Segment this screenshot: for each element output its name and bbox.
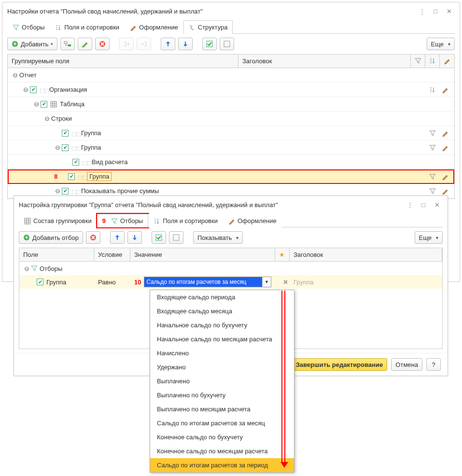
clear-icon[interactable]: ✖ (283, 279, 288, 284)
brush-icon[interactable] (442, 173, 448, 180)
add-button[interactable]: + Добавить ▾ (7, 38, 57, 50)
menu-icon[interactable]: ⋮ (416, 6, 428, 16)
value-input[interactable] (144, 277, 262, 284)
col-value[interactable]: Значение (130, 248, 275, 261)
expander-icon[interactable]: ⊖ (33, 101, 40, 108)
checkbox[interactable]: ✔ (62, 188, 69, 195)
checkbox[interactable]: ✔ (62, 130, 69, 137)
tab-sub-design[interactable]: Оформление (223, 214, 282, 227)
expander-icon[interactable]: ⊖ (12, 72, 18, 79)
checkbox[interactable]: ✔ (62, 144, 69, 151)
col-groupfields[interactable]: Группируемые поля (8, 55, 238, 68)
sub-move-up-button[interactable] (110, 231, 125, 244)
sort-icon (55, 24, 62, 31)
filter-header-cell[interactable]: Группа (290, 277, 442, 284)
delete-button[interactable] (95, 38, 110, 50)
funnel-icon[interactable] (429, 188, 436, 195)
tab-structure[interactable]: Структура (183, 20, 233, 34)
annotation-9: 9 (102, 217, 106, 224)
brush-icon[interactable] (442, 86, 448, 93)
check-all-button[interactable] (202, 38, 217, 50)
brush-icon[interactable] (442, 130, 448, 137)
filter-root-row[interactable]: ⊖ Отборы (19, 262, 442, 275)
chevron-down-icon[interactable]: ▼ (262, 277, 271, 284)
pencil-icon (82, 41, 88, 47)
group-button[interactable] (60, 38, 75, 50)
sub-move-down-button[interactable] (127, 231, 142, 244)
sub-window-title: Настройка группировки "Группа" отчета "П… (19, 201, 402, 209)
expander-icon[interactable]: ⊖ (43, 115, 50, 122)
edit-button[interactable] (78, 38, 92, 50)
add-filter-button[interactable]: + Добавить отбор (19, 231, 83, 244)
expander-icon[interactable]: ⊖ (54, 188, 61, 195)
col-header[interactable]: Заголовок (290, 248, 442, 261)
checkbox[interactable]: ✔ (72, 159, 79, 166)
uncheck-all-button[interactable] (220, 38, 234, 50)
tab-design[interactable]: Оформление (125, 20, 183, 34)
sub-delete-button[interactable] (86, 231, 100, 244)
tree-row[interactable]: 8✔⬚⬚Группа (8, 169, 454, 184)
filter-table-header: Поле Условие Значение ★ Заголовок (19, 248, 442, 262)
col-brush-icon[interactable] (440, 55, 454, 68)
maximize-icon[interactable]: □ (430, 6, 441, 16)
sort-icon[interactable] (429, 86, 436, 93)
svg-rect-3 (68, 44, 71, 46)
move-in-button[interactable] (119, 38, 134, 50)
expander-icon[interactable]: ⊖ (23, 265, 30, 272)
checkbox[interactable]: ✔ (41, 101, 47, 108)
col-filter-icon[interactable] (411, 55, 425, 68)
tab-sub-filters[interactable]: 9 Отборы (97, 214, 149, 227)
maximize-icon[interactable]: □ (418, 200, 429, 210)
close-icon[interactable]: ✕ (443, 6, 455, 16)
delete-icon (90, 234, 97, 241)
funnel-icon[interactable] (429, 130, 436, 137)
tab-group-content[interactable]: Состав группировки (19, 214, 97, 227)
checkbox[interactable]: ✔ (37, 279, 43, 284)
sub-uncheck-all-button[interactable] (169, 231, 183, 244)
tab-fields-sort[interactable]: Поля и сортировки (50, 20, 125, 34)
move-down-button[interactable] (178, 38, 193, 50)
sub-check-all-button[interactable] (152, 231, 166, 244)
show-mode-button[interactable]: Показывать (193, 231, 243, 244)
move-out-button[interactable] (137, 38, 151, 50)
tree-row[interactable]: ⊖✔⬚⬚Организация (8, 83, 454, 97)
window-title: Настройки отчета "Полный свод начислений… (7, 8, 414, 15)
tree-row[interactable]: ⊖✔Таблица (8, 97, 454, 112)
tree-row[interactable]: ⊖Строки (8, 112, 454, 126)
expander-icon[interactable]: ⊖ (54, 144, 61, 151)
tab-sub-fields-sort[interactable]: Поля и сортировки (148, 214, 223, 227)
checkbox[interactable]: ✔ (30, 86, 37, 93)
tab-filters[interactable]: Отборы (7, 20, 50, 34)
funnel-icon[interactable] (429, 144, 436, 151)
sort-icon (154, 218, 160, 224)
link-icon: ⬚⬚ (78, 174, 84, 179)
tree-row[interactable]: ⊖✔⬚⬚Группа (8, 140, 454, 155)
tree-row[interactable]: ✔⬚⬚Вид расчета (8, 155, 454, 169)
more-button[interactable]: Еще (427, 38, 455, 50)
funnel-icon[interactable] (429, 173, 436, 180)
group-icon (64, 41, 71, 47)
svg-text:+: + (25, 234, 28, 241)
brush-icon[interactable] (442, 144, 448, 151)
menu-icon[interactable]: ⋮ (404, 200, 416, 210)
col-star[interactable]: ★ (275, 248, 290, 261)
row-actions (414, 86, 450, 93)
funnel-icon (111, 218, 118, 224)
filter-row[interactable]: ✔ Группа Равно 10 ▼ ✖ Группа (19, 275, 442, 284)
col-header[interactable]: Заголовок (238, 55, 411, 68)
tree-row[interactable]: ✔⬚⬚Группа (8, 126, 454, 140)
sub-more-button[interactable]: Еще (415, 231, 443, 244)
col-sort-icon[interactable] (425, 55, 440, 68)
col-field[interactable]: Поле (19, 248, 94, 261)
checkbox[interactable]: ✔ (68, 173, 75, 180)
row-actions (414, 144, 450, 151)
expander-icon[interactable]: ⊖ (22, 86, 29, 93)
close-icon[interactable]: ✕ (431, 200, 443, 210)
move-up-button[interactable] (161, 38, 175, 50)
link-icon: ⬚⬚ (71, 131, 78, 136)
brush-icon[interactable] (442, 188, 448, 195)
tree-row[interactable]: ⊖Отчет (8, 68, 454, 83)
value-combobox[interactable]: ▼ (144, 277, 271, 284)
filter-cond-cell[interactable]: Равно (94, 277, 130, 284)
col-cond[interactable]: Условие (94, 248, 130, 261)
